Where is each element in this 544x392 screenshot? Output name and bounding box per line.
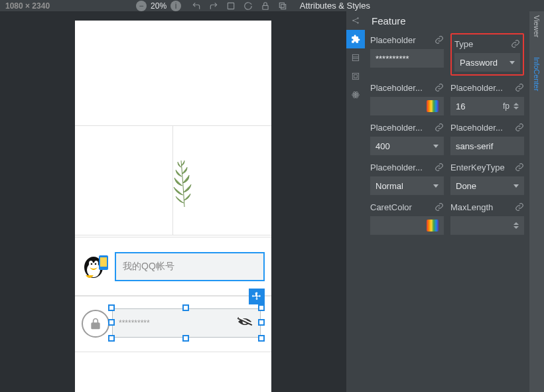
enterkey-select[interactable]: Done (450, 176, 524, 195)
resize-handle[interactable] (258, 319, 265, 326)
link-icon[interactable] (515, 123, 524, 132)
tab-component-icon[interactable] (346, 30, 365, 48)
svg-rect-14 (95, 326, 96, 328)
lock-icon (82, 310, 109, 338)
rail-viewer[interactable]: Viewer (533, 15, 541, 37)
resize-handle[interactable] (182, 304, 189, 311)
link-icon[interactable] (515, 163, 524, 172)
refresh-icon[interactable] (243, 1, 253, 11)
chevron-down-icon (433, 145, 439, 148)
placeholder-family-input[interactable]: sans-serif (450, 137, 524, 155)
enterkey-label: EnterKeyType (450, 163, 505, 172)
link-icon[interactable] (511, 39, 520, 48)
placeholder-weight-select[interactable]: 400 (370, 137, 444, 155)
resize-handle[interactable] (258, 335, 265, 342)
svg-point-8 (91, 263, 93, 265)
placeholder-color-input[interactable] (370, 97, 444, 115)
move-handle-icon[interactable] (249, 289, 265, 304)
attributes-panel: Feature Placeholder ********** Type Pass… (365, 11, 529, 392)
eye-off-icon[interactable] (237, 315, 253, 331)
username-input[interactable]: 我的QQ帐号 (115, 252, 265, 281)
resize-handle[interactable] (258, 304, 265, 311)
chevron-down-icon (433, 184, 439, 188)
svg-rect-3 (281, 4, 285, 9)
svg-rect-1 (263, 5, 268, 9)
layers-icon[interactable] (277, 1, 288, 11)
zoom-value: 20% (151, 1, 167, 11)
resize-handle[interactable] (108, 304, 115, 311)
resize-handle[interactable] (108, 335, 115, 342)
section-title: Feature (370, 14, 524, 31)
right-rail: Viewer InfoCenter (529, 11, 544, 392)
side-tabstrip (346, 11, 365, 392)
resize-handle[interactable] (182, 335, 189, 342)
undo-icon[interactable] (191, 1, 202, 11)
link-icon[interactable] (435, 83, 444, 92)
placeholder-type-label: Placeholder... (370, 163, 423, 172)
canvas-dimensions: 1080 × 2340 (5, 1, 50, 11)
fullscreen-icon[interactable] (226, 1, 236, 11)
svg-rect-22 (352, 73, 358, 79)
tab-grid-icon[interactable] (346, 48, 365, 67)
svg-rect-2 (279, 3, 284, 7)
leaf-image (168, 157, 201, 210)
link-icon[interactable] (435, 123, 444, 132)
password-input-selected[interactable]: ********** (112, 308, 261, 338)
svg-point-9 (95, 263, 97, 265)
svg-rect-23 (354, 75, 358, 78)
maxlength-input[interactable] (450, 216, 524, 235)
maxlength-label: MaxLength (450, 202, 493, 212)
tab-atom-icon[interactable] (346, 86, 365, 104)
chevron-down-icon (513, 184, 519, 188)
color-swatch-icon[interactable] (427, 220, 439, 231)
redo-icon[interactable] (208, 1, 219, 11)
type-label: Type (454, 39, 473, 49)
svg-rect-21 (352, 54, 358, 60)
placeholder-type-select[interactable]: Normal (370, 176, 444, 195)
design-canvas[interactable]: 我的QQ帐号 ********** (0, 11, 346, 392)
placeholder-family-label: Placeholder... (450, 123, 503, 133)
link-icon[interactable] (515, 83, 524, 92)
svg-point-24 (355, 94, 356, 96)
svg-point-7 (94, 261, 98, 266)
svg-rect-11 (100, 257, 107, 267)
svg-rect-0 (228, 3, 234, 9)
type-select[interactable]: Password (454, 53, 520, 72)
zoom-in-icon[interactable]: i (170, 1, 181, 11)
top-toolbar: 1080 × 2340 − 20% i Attributes & Styles (0, 0, 544, 11)
zoom-out-icon[interactable]: − (136, 1, 147, 11)
placeholder-color-label: Placeholder... (370, 83, 423, 93)
placeholder-weight-label: Placeholder... (370, 123, 423, 133)
placeholder-size-label: Placeholder... (450, 83, 503, 93)
chevron-down-icon (510, 61, 515, 64)
placeholder-input[interactable]: ********** (370, 49, 444, 68)
link-icon[interactable] (435, 163, 444, 172)
link-icon[interactable] (435, 202, 444, 212)
link-icon[interactable] (435, 35, 444, 44)
rail-infocenter[interactable]: InfoCenter (533, 57, 541, 91)
phone-frame: 我的QQ帐号 ********** (75, 21, 271, 392)
caretcolor-label: CaretColor (370, 202, 412, 212)
panel-title: Attributes & Styles (300, 1, 370, 11)
tab-box-icon[interactable] (346, 67, 365, 86)
zoom-control[interactable]: − 20% i (136, 1, 181, 11)
link-icon[interactable] (515, 202, 524, 212)
color-swatch-icon[interactable] (427, 100, 439, 112)
tab-share-icon[interactable] (346, 11, 365, 30)
lock-icon[interactable] (260, 1, 271, 11)
placeholder-label: Placeholder (370, 35, 416, 45)
placeholder-size-input[interactable]: 16fp (450, 97, 524, 115)
svg-point-6 (89, 261, 93, 266)
qq-avatar-icon (82, 253, 109, 281)
caretcolor-input[interactable] (370, 216, 444, 235)
resize-handle[interactable] (108, 319, 115, 326)
